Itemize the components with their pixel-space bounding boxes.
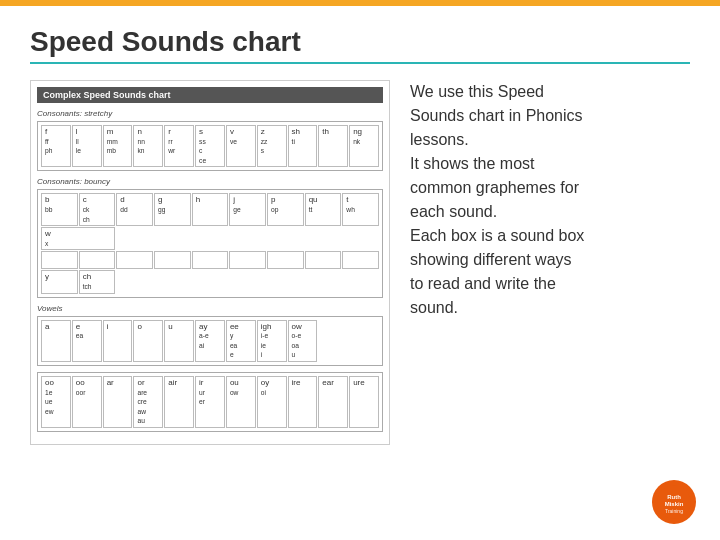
sound-cell: vve bbox=[226, 125, 256, 167]
sound-cell bbox=[267, 251, 304, 269]
sound-cell: ouow bbox=[226, 376, 256, 428]
sound-cell: irurer bbox=[195, 376, 225, 428]
sound-cell: oo1eueew bbox=[41, 376, 71, 428]
sound-cell: eeyeae bbox=[226, 320, 256, 362]
svg-text:Training: Training bbox=[665, 508, 683, 514]
sound-cell: aya-eai bbox=[195, 320, 225, 362]
logo-circle: Ruth Miskin Training bbox=[652, 480, 696, 524]
sound-cell bbox=[305, 251, 342, 269]
svg-text:Miskin: Miskin bbox=[665, 501, 684, 507]
sound-cell: oooor bbox=[72, 376, 102, 428]
sound-cell bbox=[192, 251, 229, 269]
text-line-1: We use this Speed Sounds chart in Phonic… bbox=[410, 80, 690, 320]
page: Speed Sounds chart Complex Speed Sounds … bbox=[0, 0, 720, 540]
text-area: We use this Speed Sounds chart in Phonic… bbox=[410, 80, 690, 320]
logo-area: Ruth Miskin Training bbox=[652, 480, 696, 524]
sound-cell: qutt bbox=[305, 193, 342, 226]
sound-cell: a bbox=[41, 320, 71, 362]
sound-cell: zzzs bbox=[257, 125, 287, 167]
page-title: Speed Sounds chart bbox=[30, 26, 690, 58]
vowels-grid: a eea i o u aya-eai eeyeae ighi-eiei owo… bbox=[41, 320, 379, 362]
bouncy-section: bbb cckch ddd ggg h jge pop qutt twh wx bbox=[37, 189, 383, 297]
sound-cell: pop bbox=[267, 193, 304, 226]
content: Speed Sounds chart Complex Speed Sounds … bbox=[0, 6, 720, 465]
sound-cell bbox=[229, 251, 266, 269]
vowels-section: a eea i o u aya-eai eeyeae ighi-eiei owo… bbox=[37, 316, 383, 366]
sound-cell: shti bbox=[288, 125, 318, 167]
sound-cell: twh bbox=[342, 193, 379, 226]
sound-cell bbox=[154, 251, 191, 269]
sound-cell: ighi-eiei bbox=[257, 320, 287, 362]
sound-cell bbox=[116, 251, 153, 269]
stretchy-section: fffph lllle mmmmb nnnkn rrrwr ssscce vve… bbox=[37, 121, 383, 171]
sound-cell: u bbox=[164, 320, 194, 362]
title-underline bbox=[30, 62, 690, 64]
chart-title: Complex Speed Sounds chart bbox=[37, 87, 383, 103]
sound-cell: ar bbox=[103, 376, 133, 428]
sound-cell: eea bbox=[72, 320, 102, 362]
sound-cell: ure bbox=[349, 376, 379, 428]
stretchy-grid: fffph lllle mmmmb nnnkn rrrwr ssscce vve… bbox=[41, 125, 379, 167]
bottom-section: oo1eueew oooor ar orarecreawau air irure… bbox=[37, 372, 383, 432]
sound-cell: ngnk bbox=[349, 125, 379, 167]
sound-cell: rrrwr bbox=[164, 125, 194, 167]
sound-cell: i bbox=[103, 320, 133, 362]
sound-cell: ddd bbox=[116, 193, 153, 226]
bouncy-grid: bbb cckch ddd ggg h jge pop qutt twh wx bbox=[41, 193, 379, 250]
sound-cell bbox=[41, 251, 78, 269]
logo-icon: Ruth Miskin Training bbox=[656, 484, 692, 520]
chart-container: Complex Speed Sounds chart Consonants: s… bbox=[30, 80, 390, 445]
sound-cell: owo-eoau bbox=[288, 320, 318, 362]
sound-cell: y bbox=[41, 270, 78, 293]
sound-cell: ire bbox=[288, 376, 318, 428]
bouncy-grid-2: y chtch bbox=[41, 251, 379, 293]
bouncy-label: Consonants: bouncy bbox=[37, 177, 383, 186]
sound-cell: h bbox=[192, 193, 229, 226]
sound-cell: ggg bbox=[154, 193, 191, 226]
sound-cell: jge bbox=[229, 193, 266, 226]
bottom-grid: oo1eueew oooor ar orarecreawau air irure… bbox=[41, 376, 379, 428]
sound-cell: bbb bbox=[41, 193, 78, 226]
vowels-label: Vowels bbox=[37, 304, 383, 313]
sound-cell: oyoi bbox=[257, 376, 287, 428]
sound-cell: cckch bbox=[79, 193, 116, 226]
sound-cell: orarecreawau bbox=[133, 376, 163, 428]
sound-cell bbox=[79, 251, 116, 269]
svg-text:Ruth: Ruth bbox=[667, 494, 681, 500]
main-layout: Complex Speed Sounds chart Consonants: s… bbox=[30, 80, 690, 445]
sound-cell: fffph bbox=[41, 125, 71, 167]
sound-cell: ssscce bbox=[195, 125, 225, 167]
sound-cell bbox=[342, 251, 379, 269]
sound-cell: air bbox=[164, 376, 194, 428]
sound-cell: wx bbox=[41, 227, 115, 250]
sound-cell: lllle bbox=[72, 125, 102, 167]
sound-cell: ear bbox=[318, 376, 348, 428]
sound-cell: nnnkn bbox=[133, 125, 163, 167]
stretchy-label: Consonants: stretchy bbox=[37, 109, 383, 118]
sound-cell: o bbox=[133, 320, 163, 362]
sound-cell: th bbox=[318, 125, 348, 167]
sound-cell: chtch bbox=[79, 270, 116, 293]
sound-cell: mmmmb bbox=[103, 125, 133, 167]
